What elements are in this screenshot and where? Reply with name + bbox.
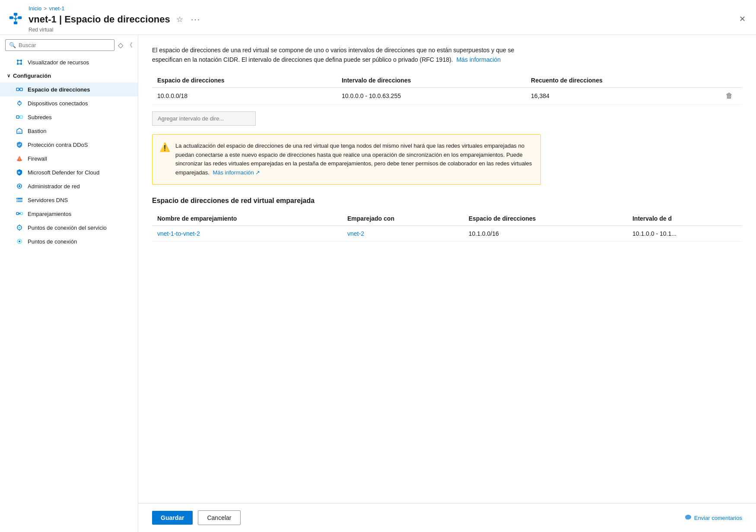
peering-col1: Nombre de emparejamiento [152, 212, 342, 226]
svg-rect-23 [16, 116, 19, 118]
subredes-icon [16, 113, 23, 121]
sidebar-group-label: Configuración [13, 73, 51, 79]
description-text: El espacio de direcciones de una red vir… [152, 45, 541, 65]
peering-target-link[interactable]: vnet-2 [347, 230, 364, 237]
administrador-icon [16, 182, 23, 190]
peering-section: Espacio de direcciones de red virtual em… [152, 197, 742, 242]
collapse-icon[interactable]: 《 [127, 41, 133, 49]
add-address-input[interactable] [152, 111, 256, 126]
warning-icon: ⚠️ [159, 142, 170, 177]
sidebar-item-emparejamientos[interactable]: Emparejamientos [0, 207, 138, 221]
sidebar-item-firewall[interactable]: Firewall [0, 152, 138, 165]
puntos-conexion-icon [16, 238, 23, 245]
sidebar-item-dispositivos[interactable]: Dispositivos conectados [0, 96, 138, 110]
resource-type-label: Red virtual [29, 27, 202, 33]
sidebar-label-defender: Microsoft Defender for Cloud [28, 169, 131, 176]
mas-informacion-link[interactable]: Más información [456, 56, 501, 63]
dispositivos-icon [16, 99, 23, 107]
favorite-button[interactable]: ☆ [175, 13, 185, 26]
sidebar-item-puntos-servicio[interactable]: Puntos de conexión del servicio [0, 221, 138, 234]
breadcrumb-current[interactable]: vnet-1 [49, 5, 64, 12]
cell-recuento: 16,384 [526, 87, 721, 104]
proteccion-icon [16, 141, 23, 149]
svg-point-45 [19, 241, 20, 242]
sidebar-label-espacio: Espacio de direcciones [28, 86, 131, 93]
svg-point-35 [17, 198, 18, 199]
peering-table: Nombre de emparejamiento Emparejado con … [152, 212, 742, 242]
peering-row: vnet-1-to-vnet-2 vnet-2 10.1.0.0/16 10.1… [152, 225, 742, 241]
table-row: 10.0.0.0/18 10.0.0.0 - 10.0.63.255 16,38… [152, 87, 742, 104]
sidebar-label-servidores: Servidores DNS [28, 197, 131, 203]
address-space-table: Espacio de direcciones Intervalo de dire… [152, 73, 742, 104]
svg-rect-26 [18, 131, 21, 133]
sidebar-label-firewall: Firewall [28, 155, 131, 162]
svg-rect-24 [20, 116, 22, 118]
cell-espacio: 10.0.0.0/18 [152, 87, 337, 104]
sidebar-label-puntos-servicio: Puntos de conexión del servicio [28, 225, 131, 231]
svg-rect-18 [20, 88, 22, 91]
sidebar-label-dispositivos: Dispositivos conectados [28, 100, 131, 107]
espacio-icon [16, 86, 23, 93]
sidebar-item-visualizador[interactable]: Visualizador de recursos [0, 55, 138, 69]
feedback-icon [685, 514, 692, 521]
sidebar-item-proteccion[interactable]: Protección contra DDoS [0, 138, 138, 152]
svg-rect-1 [18, 16, 22, 19]
visualizador-icon [16, 58, 23, 66]
svg-rect-17 [16, 88, 19, 91]
peering-col2: Emparejado con [342, 212, 464, 226]
col-recuento: Recuento de direcciones [526, 73, 721, 88]
sidebar-label-administrador: Administrador de red [28, 183, 131, 190]
search-input[interactable] [19, 42, 111, 48]
search-icon: 🔍 [9, 42, 16, 48]
svg-point-20 [18, 101, 21, 105]
chevron-down-icon: ∨ [7, 73, 10, 79]
sidebar-label-subredes: Subredes [28, 114, 131, 120]
sidebar-group-configuracion[interactable]: ∨ Configuración [0, 69, 138, 82]
sidebar-item-servidores[interactable]: Servidores DNS [0, 193, 138, 207]
page-title: vnet-1 | Espacio de direcciones [29, 14, 170, 25]
sidebar-label-visualizador: Visualizador de recursos [28, 59, 131, 66]
sidebar-item-puntos-conexion[interactable]: Puntos de conexión [0, 234, 138, 248]
sidebar-label-puntos-conexion: Puntos de conexión [28, 238, 131, 245]
bottom-bar: Guardar Cancelar Enviar comentarios [138, 503, 756, 532]
sidebar-item-defender[interactable]: M Microsoft Defender for Cloud [0, 165, 138, 179]
emparejamientos-icon [16, 210, 23, 218]
svg-text:M: M [18, 171, 20, 174]
firewall-icon [16, 155, 23, 162]
save-button[interactable]: Guardar [152, 511, 193, 525]
feedback-link[interactable]: Enviar comentarios [685, 514, 742, 521]
sidebar-item-bastion[interactable]: Bastion [0, 124, 138, 138]
peering-col3: Espacio de direcciones [464, 212, 627, 226]
servidores-icon [16, 196, 23, 204]
svg-point-41 [19, 227, 20, 228]
sidebar-item-subredes[interactable]: Subredes [0, 110, 138, 124]
add-address-row[interactable] [152, 111, 742, 126]
sidebar-item-administrador[interactable]: Administrador de red [0, 179, 138, 193]
svg-point-36 [17, 201, 18, 202]
breadcrumb-home[interactable]: Inicio [29, 5, 41, 12]
puntos-servicio-icon [16, 224, 23, 231]
peering-col4: Intervalo de d [627, 212, 742, 226]
sidebar-label-proteccion: Protección contra DDoS [28, 142, 131, 148]
svg-rect-0 [10, 16, 13, 19]
close-button[interactable]: ✕ [737, 13, 747, 25]
defender-icon: M [16, 168, 23, 176]
sidebar-label-bastion: Bastion [28, 128, 131, 134]
sidebar-label-emparejamientos: Emparejamientos [28, 211, 131, 217]
peering-name-link[interactable]: vnet-1-to-vnet-2 [157, 230, 200, 237]
bastion-icon [16, 127, 23, 135]
more-options-button[interactable]: ··· [189, 13, 203, 26]
peering-range: 10.1.0.0 - 10.1... [627, 225, 742, 241]
cancel-button[interactable]: Cancelar [198, 510, 240, 525]
peering-space: 10.1.0.0/16 [464, 225, 627, 241]
vnet-icon [7, 10, 24, 28]
cell-intervalo: 10.0.0.0 - 10.0.63.255 [337, 87, 526, 104]
delete-row-button[interactable]: 🗑 [726, 92, 733, 100]
svg-rect-3 [14, 22, 17, 24]
diamond-icon[interactable]: ◇ [118, 41, 123, 49]
sidebar-item-espacio[interactable]: Espacio de direcciones [0, 82, 138, 96]
svg-rect-37 [16, 212, 19, 215]
breadcrumb-sep: > [44, 6, 47, 12]
warning-link[interactable]: Más información ↗ [213, 169, 260, 176]
col-espacio: Espacio de direcciones [152, 73, 337, 88]
